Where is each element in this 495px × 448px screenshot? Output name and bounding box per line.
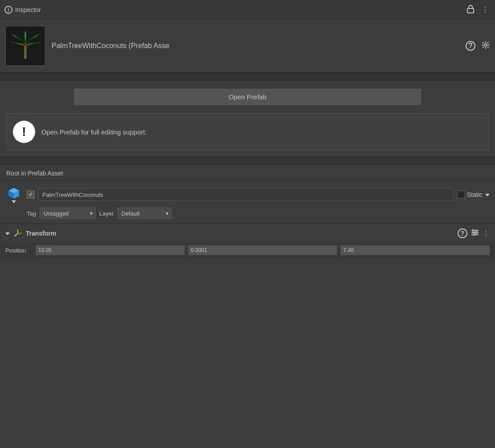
position-z-input[interactable]	[341, 245, 490, 255]
static-checkbox[interactable]	[457, 191, 465, 199]
svg-marker-10	[485, 194, 490, 196]
svg-marker-9	[12, 200, 16, 203]
gameobject-active-checkbox[interactable]: ✓	[27, 191, 35, 199]
root-label: Root in Prefab Asset	[0, 165, 495, 180]
svg-point-5	[484, 44, 487, 46]
warning-section: ! Open Prefab for full editing support.	[0, 113, 495, 157]
warning-icon: !	[13, 121, 35, 143]
menu-button[interactable]: ⋮	[480, 4, 491, 15]
info-icon: i	[4, 6, 12, 14]
gameobject-name-input[interactable]	[38, 188, 454, 201]
transform-actions: ? ⋮	[458, 228, 490, 238]
layer-dropdown-wrapper: Default TransparentFX Ignore Raycast Wat…	[118, 208, 172, 219]
open-prefab-section: Open Prefab	[0, 81, 495, 113]
cube-dropdown-arrow	[12, 200, 16, 203]
svg-marker-11	[5, 232, 10, 235]
tag-layer-row: Tag Untagged Respawn Finish EditorOnly M…	[4, 208, 491, 219]
svg-point-23	[473, 233, 475, 236]
section-divider	[0, 73, 495, 81]
transform-section: Transform ? ⋮ Position	[0, 224, 495, 258]
tag-label: Tag	[27, 210, 36, 217]
lock-button[interactable]	[465, 4, 476, 16]
svg-marker-13	[20, 232, 21, 234]
header-actions: ⋮	[465, 4, 491, 16]
tag-dropdown[interactable]: Untagged Respawn Finish EditorOnly MainC…	[40, 208, 96, 219]
gameobject-icon-wrap	[4, 185, 23, 204]
transform-more-button[interactable]: ⋮	[483, 229, 490, 238]
svg-point-3	[25, 45, 28, 47]
asset-gear-button[interactable]	[482, 41, 490, 51]
position-row: Position	[0, 243, 495, 258]
svg-marker-15	[17, 230, 19, 231]
asset-header: PalmTreeWithCoconuts (Prefab Asse ?	[0, 20, 495, 73]
warning-text: Open Prefab for full editing support.	[41, 128, 147, 136]
transform-title: Transform	[26, 230, 454, 237]
position-y-input[interactable]	[188, 245, 337, 255]
gameobject-section: ✓ Static Tag Untagged Respawn Finish Edi…	[0, 180, 495, 224]
static-dropdown-button[interactable]	[484, 192, 491, 197]
position-label: Position	[5, 247, 32, 254]
asset-thumbnail	[5, 26, 45, 66]
cube-icon	[7, 186, 21, 200]
asset-help-button[interactable]: ?	[466, 41, 475, 51]
static-label: Static	[467, 191, 483, 198]
asset-name: PalmTreeWithCoconuts (Prefab Asse	[52, 42, 459, 50]
warning-box: ! Open Prefab for full editing support.	[6, 113, 489, 151]
transform-settings-button[interactable]	[471, 228, 479, 238]
position-x-input[interactable]	[36, 245, 185, 255]
static-group: Static	[457, 191, 491, 199]
transform-icon	[13, 229, 22, 238]
section-divider-2	[0, 157, 495, 165]
inspector-header: i Inspector ⋮	[0, 0, 495, 20]
svg-rect-0	[467, 8, 474, 13]
transform-collapse-button[interactable]	[5, 231, 10, 236]
tag-dropdown-wrapper: Untagged Respawn Finish EditorOnly MainC…	[40, 208, 96, 219]
inspector-title: Inspector	[15, 6, 465, 13]
open-prefab-button[interactable]: Open Prefab	[74, 89, 421, 105]
transform-header: Transform ? ⋮	[0, 224, 495, 243]
gameobject-row: ✓ Static	[4, 185, 491, 204]
svg-rect-4	[24, 56, 26, 58]
svg-point-21	[472, 229, 475, 232]
layer-dropdown[interactable]: Default TransparentFX Ignore Raycast Wat…	[118, 208, 172, 219]
layer-label: Layer	[99, 210, 114, 217]
transform-help-button[interactable]: ?	[458, 228, 467, 238]
svg-point-22	[475, 232, 478, 234]
